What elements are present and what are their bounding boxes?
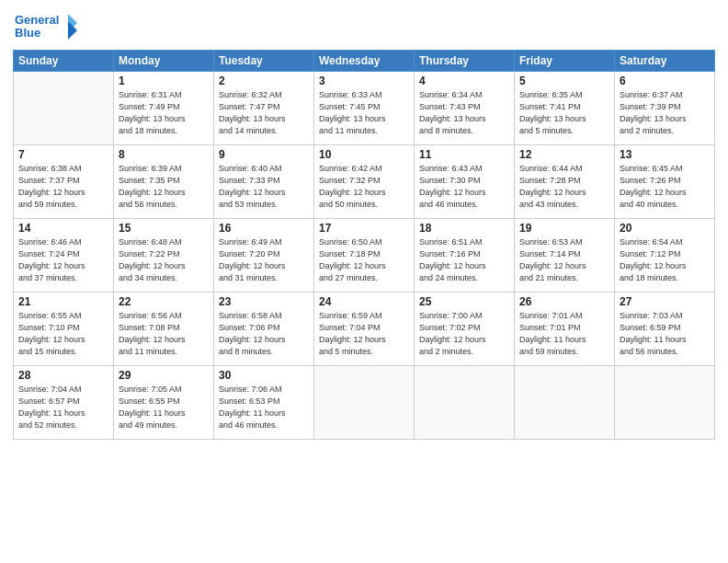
day-cell: 12Sunrise: 6:44 AM Sunset: 7:28 PM Dayli… bbox=[515, 145, 615, 219]
day-cell: 5Sunrise: 6:35 AM Sunset: 7:41 PM Daylig… bbox=[515, 72, 615, 145]
weekday-header-thursday: Thursday bbox=[415, 51, 515, 72]
day-cell: 10Sunrise: 6:42 AM Sunset: 7:32 PM Dayli… bbox=[314, 145, 415, 219]
day-number: 25 bbox=[419, 295, 509, 308]
day-cell: 30Sunrise: 7:06 AM Sunset: 6:53 PM Dayli… bbox=[214, 366, 314, 440]
day-info: Sunrise: 6:32 AM Sunset: 7:47 PM Dayligh… bbox=[219, 89, 309, 137]
day-info: Sunrise: 6:31 AM Sunset: 7:49 PM Dayligh… bbox=[119, 89, 209, 137]
day-number: 27 bbox=[620, 295, 710, 308]
week-row-2: 14Sunrise: 6:46 AM Sunset: 7:24 PM Dayli… bbox=[14, 219, 715, 293]
day-info: Sunrise: 6:54 AM Sunset: 7:12 PM Dayligh… bbox=[620, 236, 710, 284]
day-cell bbox=[14, 72, 114, 145]
day-info: Sunrise: 6:59 AM Sunset: 7:04 PM Dayligh… bbox=[319, 310, 409, 358]
day-info: Sunrise: 6:48 AM Sunset: 7:22 PM Dayligh… bbox=[119, 236, 209, 284]
header: General Blue bbox=[13, 9, 715, 44]
day-cell: 1Sunrise: 6:31 AM Sunset: 7:49 PM Daylig… bbox=[114, 72, 214, 145]
logo: General Blue bbox=[13, 9, 77, 44]
day-number: 12 bbox=[519, 148, 609, 161]
day-cell: 3Sunrise: 6:33 AM Sunset: 7:45 PM Daylig… bbox=[314, 72, 415, 145]
day-number: 4 bbox=[419, 75, 509, 87]
day-cell bbox=[615, 366, 715, 440]
day-cell: 19Sunrise: 6:53 AM Sunset: 7:14 PM Dayli… bbox=[515, 219, 615, 293]
day-number: 13 bbox=[620, 148, 710, 161]
weekday-header-saturday: Saturday bbox=[615, 51, 715, 72]
day-cell: 18Sunrise: 6:51 AM Sunset: 7:16 PM Dayli… bbox=[415, 219, 515, 293]
day-number: 18 bbox=[419, 222, 509, 235]
day-info: Sunrise: 7:04 AM Sunset: 6:57 PM Dayligh… bbox=[18, 384, 108, 431]
day-number: 2 bbox=[219, 75, 309, 87]
day-number: 20 bbox=[620, 222, 710, 235]
week-row-4: 28Sunrise: 7:04 AM Sunset: 6:57 PM Dayli… bbox=[14, 366, 715, 440]
week-row-1: 7Sunrise: 6:38 AM Sunset: 7:37 PM Daylig… bbox=[14, 145, 715, 219]
day-number: 23 bbox=[219, 295, 309, 308]
day-number: 29 bbox=[119, 369, 209, 382]
day-info: Sunrise: 6:51 AM Sunset: 7:16 PM Dayligh… bbox=[419, 236, 509, 284]
week-row-3: 21Sunrise: 6:55 AM Sunset: 7:10 PM Dayli… bbox=[14, 293, 715, 366]
day-number: 1 bbox=[119, 75, 209, 87]
day-info: Sunrise: 6:46 AM Sunset: 7:24 PM Dayligh… bbox=[18, 236, 108, 284]
day-cell: 2Sunrise: 6:32 AM Sunset: 7:47 PM Daylig… bbox=[214, 72, 314, 145]
day-cell: 22Sunrise: 6:56 AM Sunset: 7:08 PM Dayli… bbox=[114, 293, 214, 366]
day-info: Sunrise: 7:00 AM Sunset: 7:02 PM Dayligh… bbox=[419, 310, 509, 358]
svg-text:General: General bbox=[15, 13, 59, 27]
day-number: 17 bbox=[319, 222, 409, 235]
day-number: 15 bbox=[119, 222, 209, 235]
day-info: Sunrise: 6:42 AM Sunset: 7:32 PM Dayligh… bbox=[319, 163, 409, 211]
day-cell: 29Sunrise: 7:05 AM Sunset: 6:55 PM Dayli… bbox=[114, 366, 214, 440]
weekday-header-wednesday: Wednesday bbox=[314, 51, 415, 72]
day-number: 11 bbox=[419, 148, 509, 161]
day-cell: 8Sunrise: 6:39 AM Sunset: 7:35 PM Daylig… bbox=[114, 145, 214, 219]
day-cell: 15Sunrise: 6:48 AM Sunset: 7:22 PM Dayli… bbox=[114, 219, 214, 293]
day-cell: 23Sunrise: 6:58 AM Sunset: 7:06 PM Dayli… bbox=[214, 293, 314, 366]
day-number: 16 bbox=[219, 222, 309, 235]
day-info: Sunrise: 6:38 AM Sunset: 7:37 PM Dayligh… bbox=[18, 163, 108, 211]
day-number: 7 bbox=[18, 148, 108, 161]
day-number: 5 bbox=[519, 75, 609, 87]
day-number: 30 bbox=[219, 369, 309, 382]
day-info: Sunrise: 6:49 AM Sunset: 7:20 PM Dayligh… bbox=[219, 236, 309, 284]
day-info: Sunrise: 6:37 AM Sunset: 7:39 PM Dayligh… bbox=[620, 89, 710, 137]
weekday-header-sunday: Sunday bbox=[14, 51, 114, 72]
day-cell: 11Sunrise: 6:43 AM Sunset: 7:30 PM Dayli… bbox=[415, 145, 515, 219]
day-cell: 21Sunrise: 6:55 AM Sunset: 7:10 PM Dayli… bbox=[14, 293, 114, 366]
weekday-header-tuesday: Tuesday bbox=[214, 51, 314, 72]
weekday-row: SundayMondayTuesdayWednesdayThursdayFrid… bbox=[14, 51, 715, 72]
weekday-header-monday: Monday bbox=[114, 51, 214, 72]
day-info: Sunrise: 7:03 AM Sunset: 6:59 PM Dayligh… bbox=[620, 310, 710, 358]
day-cell: 6Sunrise: 6:37 AM Sunset: 7:39 PM Daylig… bbox=[615, 72, 715, 145]
day-info: Sunrise: 6:53 AM Sunset: 7:14 PM Dayligh… bbox=[519, 236, 609, 284]
day-cell: 28Sunrise: 7:04 AM Sunset: 6:57 PM Dayli… bbox=[14, 366, 114, 440]
day-number: 6 bbox=[620, 75, 710, 87]
day-info: Sunrise: 6:40 AM Sunset: 7:33 PM Dayligh… bbox=[219, 163, 309, 211]
day-cell: 17Sunrise: 6:50 AM Sunset: 7:18 PM Dayli… bbox=[314, 219, 415, 293]
day-cell bbox=[515, 366, 615, 440]
day-info: Sunrise: 7:01 AM Sunset: 7:01 PM Dayligh… bbox=[519, 310, 609, 358]
page: General Blue SundayMondayTuesdayWednesda… bbox=[0, 0, 728, 563]
day-number: 22 bbox=[119, 295, 209, 308]
day-info: Sunrise: 6:33 AM Sunset: 7:45 PM Dayligh… bbox=[319, 89, 409, 137]
day-info: Sunrise: 6:56 AM Sunset: 7:08 PM Dayligh… bbox=[119, 310, 209, 358]
day-number: 19 bbox=[519, 222, 609, 235]
svg-text:Blue: Blue bbox=[15, 26, 40, 40]
logo-svg: General Blue bbox=[13, 9, 77, 44]
day-cell: 27Sunrise: 7:03 AM Sunset: 6:59 PM Dayli… bbox=[615, 293, 715, 366]
day-info: Sunrise: 7:05 AM Sunset: 6:55 PM Dayligh… bbox=[119, 384, 209, 431]
day-info: Sunrise: 6:58 AM Sunset: 7:06 PM Dayligh… bbox=[219, 310, 309, 358]
day-number: 26 bbox=[519, 295, 609, 308]
day-number: 28 bbox=[18, 369, 108, 382]
day-info: Sunrise: 6:44 AM Sunset: 7:28 PM Dayligh… bbox=[519, 163, 609, 211]
day-cell: 16Sunrise: 6:49 AM Sunset: 7:20 PM Dayli… bbox=[214, 219, 314, 293]
calendar-body: 1Sunrise: 6:31 AM Sunset: 7:49 PM Daylig… bbox=[14, 72, 715, 440]
day-number: 21 bbox=[18, 295, 108, 308]
day-info: Sunrise: 6:39 AM Sunset: 7:35 PM Dayligh… bbox=[119, 163, 209, 211]
day-info: Sunrise: 6:35 AM Sunset: 7:41 PM Dayligh… bbox=[519, 89, 609, 137]
day-cell: 9Sunrise: 6:40 AM Sunset: 7:33 PM Daylig… bbox=[214, 145, 314, 219]
day-number: 8 bbox=[119, 148, 209, 161]
day-info: Sunrise: 6:45 AM Sunset: 7:26 PM Dayligh… bbox=[620, 163, 710, 211]
day-info: Sunrise: 6:55 AM Sunset: 7:10 PM Dayligh… bbox=[18, 310, 108, 358]
day-cell: 14Sunrise: 6:46 AM Sunset: 7:24 PM Dayli… bbox=[14, 219, 114, 293]
day-cell: 4Sunrise: 6:34 AM Sunset: 7:43 PM Daylig… bbox=[415, 72, 515, 145]
day-cell bbox=[314, 366, 415, 440]
day-number: 9 bbox=[219, 148, 309, 161]
day-info: Sunrise: 7:06 AM Sunset: 6:53 PM Dayligh… bbox=[219, 384, 309, 431]
day-info: Sunrise: 6:50 AM Sunset: 7:18 PM Dayligh… bbox=[319, 236, 409, 284]
